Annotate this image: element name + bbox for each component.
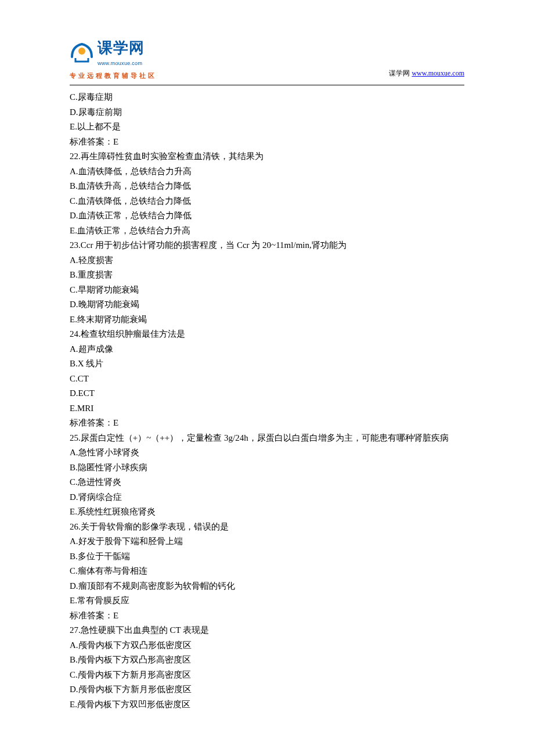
logo-text: 课学网 www.mouxue.com xyxy=(98,35,145,68)
content-line: C.CT xyxy=(70,372,464,387)
content-line: B.X 线片 xyxy=(70,357,464,372)
content-line: B.血清铁升高，总铁结合力降低 xyxy=(70,179,464,194)
content-line: D.尿毒症前期 xyxy=(70,105,464,120)
content-line: D.肾病综合症 xyxy=(70,490,464,505)
content-line: A.颅骨内板下方双凸形低密度区 xyxy=(70,638,464,653)
site-link[interactable]: www.mouxue.com xyxy=(412,69,464,77)
content-line: 23.Ccr 用于初步估计肾功能的损害程度，当 Ccr 为 20~11ml/mi… xyxy=(70,238,464,253)
content-line: C.尿毒症期 xyxy=(70,90,464,105)
logo-block: 课学网 www.mouxue.com 专业远程教育辅导社区 xyxy=(70,35,157,81)
header-divider xyxy=(70,85,464,85)
content-line: D.颅骨内板下方新月形低密度区 xyxy=(70,682,464,697)
content-line: C.颅骨内板下方新月形高密度区 xyxy=(70,668,464,683)
logo-tagline: 专业远程教育辅导社区 xyxy=(70,70,157,81)
content-line: 27.急性硬膜下出血典型的 CT 表现是 xyxy=(70,623,464,638)
content-line: E.MRI xyxy=(70,401,464,416)
content-line: 22.再生障碍性贫血时实验室检查血清铁，其结果为 xyxy=(70,149,464,164)
content-line: E.颅骨内板下方双凹形低密度区 xyxy=(70,697,464,712)
logo-icon xyxy=(70,39,94,64)
content-line: D.血清铁正常，总铁结合力降低 xyxy=(70,208,464,224)
content-line: B.多位于干骺端 xyxy=(70,549,464,564)
content-line: 26.关于骨软骨瘤的影像学表现，错误的是 xyxy=(70,520,464,535)
content-line: C.急进性肾炎 xyxy=(70,475,464,490)
site-label: 谋学网 xyxy=(389,69,412,77)
content-line: 25.尿蛋白定性（+）~（++），定量检查 3g/24h，尿蛋白以白蛋白增多为主… xyxy=(70,431,464,446)
content-line: 标准答案：E xyxy=(70,416,464,431)
content-line: E.常有骨膜反应 xyxy=(70,593,464,609)
logo: 课学网 www.mouxue.com xyxy=(70,35,157,68)
content-line: D.ECT xyxy=(70,386,464,401)
content-line: E.终末期肾功能衰竭 xyxy=(70,312,464,327)
content-line: A.超声成像 xyxy=(70,342,464,357)
logo-en: www.mouxue.com xyxy=(98,59,145,68)
page-header: 课学网 www.mouxue.com 专业远程教育辅导社区 谋学网 www.mo… xyxy=(70,35,464,81)
content-line: C.瘤体有蒂与骨相连 xyxy=(70,564,464,579)
content-line: 标准答案：E xyxy=(70,135,464,150)
content-line: B.重度损害 xyxy=(70,268,464,283)
content-line: 标准答案：E xyxy=(70,609,464,624)
content-line: C.早期肾功能衰竭 xyxy=(70,283,464,298)
content-line: A.好发于股骨下端和胫骨上端 xyxy=(70,534,464,549)
content-line: E.以上都不是 xyxy=(70,120,464,135)
content-line: C.血清铁降低，总铁结合力降低 xyxy=(70,194,464,209)
site-reference: 谋学网 www.mouxue.com xyxy=(389,67,464,79)
content-line: A.急性肾小球肾炎 xyxy=(70,445,464,460)
document-content: C.尿毒症期D.尿毒症前期E.以上都不是标准答案：E22.再生障碍性贫血时实验室… xyxy=(70,90,464,712)
logo-cn: 课学网 xyxy=(98,35,145,60)
content-line: E.系统性红斑狼疮肾炎 xyxy=(70,505,464,520)
content-line: D.瘤顶部有不规则高密度影为软骨帽的钙化 xyxy=(70,579,464,594)
content-line: A.血清铁降低，总铁结合力升高 xyxy=(70,164,464,179)
content-line: 24.检查软组织肿瘤最佳方法是 xyxy=(70,327,464,342)
logo-main: 课学网 xyxy=(98,35,145,60)
content-line: D.晚期肾功能衰竭 xyxy=(70,297,464,312)
content-line: B.隐匿性肾小球疾病 xyxy=(70,460,464,476)
content-line: A.轻度损害 xyxy=(70,253,464,268)
svg-point-0 xyxy=(78,48,85,55)
content-line: E.血清铁正常，总铁结合力升高 xyxy=(70,224,464,239)
content-line: B.颅骨内板下方双凸形高密度区 xyxy=(70,653,464,668)
